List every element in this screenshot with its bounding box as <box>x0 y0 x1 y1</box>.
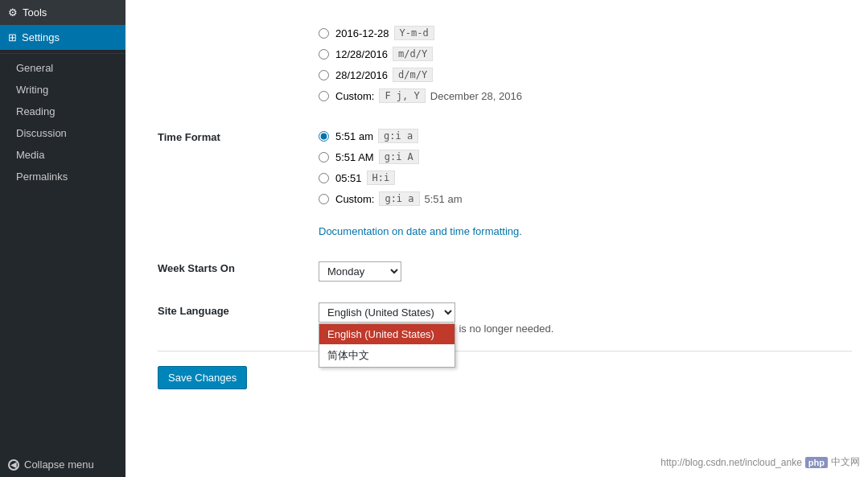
date-format-dmy: 28/12/2016 d/m/Y <box>319 68 852 82</box>
sidebar-tools-label: Tools <box>23 6 47 19</box>
time-format-radio-uppercase[interactable] <box>319 152 329 162</box>
chinese-label: 中文网 <box>831 455 860 469</box>
sidebar-item-writing[interactable]: Writing <box>0 79 125 101</box>
time-format-24h: 05:51 H:i <box>319 171 852 185</box>
week-starts-label: Week Starts On <box>158 262 235 274</box>
sidebar-item-reading[interactable]: Reading <box>0 101 125 122</box>
sidebar-reading-label: Reading <box>16 105 55 117</box>
date-format-ymid: 2016-12-28 Y-m-d <box>319 26 852 40</box>
date-format-radio-dmy[interactable] <box>319 70 329 80</box>
form-divider <box>158 351 852 352</box>
date-format-custom: Custom: F j, Y December 28, 2016 <box>319 88 852 103</box>
time-format-label: Time Format <box>158 131 220 143</box>
time-format-radio-24h[interactable] <box>319 173 329 183</box>
sidebar-general-label: General <box>16 62 53 74</box>
doc-link[interactable]: Documentation on date and time formattin… <box>319 225 522 237</box>
settings-wrap: 2016-12-28 Y-m-d 12/28/2016 m/d/Y <box>125 0 868 477</box>
language-option-zh[interactable]: 简体中文 <box>319 344 455 367</box>
time-format-uppercase: 5:51 AM g:i A <box>319 150 852 164</box>
language-dropdown-menu: English (United States) 简体中文 <box>319 323 455 368</box>
time-format-lowercase: 5:51 am g:i a <box>319 129 852 143</box>
sidebar-item-permalinks[interactable]: Permalinks <box>0 166 125 187</box>
week-starts-row: Week Starts On SundayMondayTuesdayWednes… <box>158 250 852 293</box>
sidebar-item-tools[interactable]: ⚙ Tools <box>0 0 125 25</box>
time-format-radio-lowercase[interactable] <box>319 131 329 142</box>
language-select[interactable]: English (United States)简体中文 <box>319 302 455 323</box>
collapse-icon: ◀ <box>8 459 19 471</box>
sidebar-media-label: Media <box>16 149 44 161</box>
language-option-en[interactable]: English (United States) <box>319 324 455 344</box>
date-format-radio-custom[interactable] <box>319 91 329 101</box>
sidebar-divider <box>0 53 125 54</box>
watermark: http://blog.csdn.net/incloud_anke php 中文… <box>660 455 860 469</box>
main-content: 2016-12-28 Y-m-d 12/28/2016 m/d/Y <box>125 0 868 477</box>
sidebar-collapse-label: Collapse menu <box>24 458 94 471</box>
date-format-row: 2016-12-28 Y-m-d 12/28/2016 m/d/Y <box>158 16 852 119</box>
sidebar-item-discussion[interactable]: Discussion <box>0 122 125 144</box>
date-format-mdy: 12/28/2016 m/d/Y <box>319 47 852 61</box>
settings-form-table: 2016-12-28 Y-m-d 12/28/2016 m/d/Y <box>158 16 852 344</box>
tools-icon: ⚙ <box>8 6 18 19</box>
time-format-radio-custom[interactable] <box>319 194 329 204</box>
sidebar-item-settings[interactable]: ⊞ Settings <box>0 25 125 50</box>
date-format-radio-mdy[interactable] <box>319 49 329 60</box>
sidebar-settings-label: Settings <box>22 31 60 43</box>
sidebar-item-general[interactable]: General <box>0 57 125 79</box>
sidebar-writing-label: Writing <box>16 84 48 96</box>
site-language-label: Site Language <box>158 305 229 317</box>
php-badge: php <box>805 457 828 468</box>
time-format-row: Time Format 5:51 am g:i a <box>158 119 852 222</box>
watermark-url: http://blog.csdn.net/incloud_anke <box>660 457 801 468</box>
language-dropdown-container: English (United States)简体中文 English (Uni… <box>319 302 455 323</box>
sidebar-item-media[interactable]: Media <box>0 144 125 166</box>
sidebar-collapse-button[interactable]: ◀ Collapse menu <box>0 452 125 477</box>
time-format-custom: Custom: g:i a 5:51 am <box>319 191 852 206</box>
save-changes-button[interactable]: Save Changes <box>158 366 247 389</box>
site-language-row: Site Language English (United States)简体中… <box>158 293 852 344</box>
sidebar-permalinks-label: Permalinks <box>16 171 68 183</box>
doc-link-row: Documentation on date and time formattin… <box>158 222 852 250</box>
settings-icon: ⊞ <box>8 31 17 43</box>
date-format-radio-ymd[interactable] <box>319 28 329 39</box>
sidebar: ⚙ Tools ⊞ Settings General Writing Readi… <box>0 0 125 477</box>
sidebar-discussion-label: Discussion <box>16 127 67 139</box>
week-starts-select[interactable]: SundayMondayTuesdayWednesdayThursdayFrid… <box>319 261 401 282</box>
